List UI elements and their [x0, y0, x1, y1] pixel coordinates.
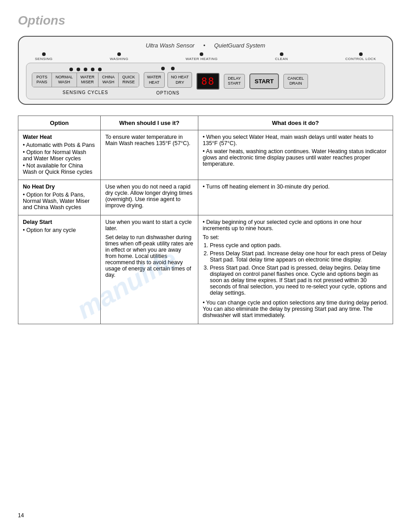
delay-step-1: Press cycle and option pads.: [210, 242, 388, 249]
cycle-indicator-dots: [69, 68, 102, 71]
options-label: OPTIONS: [156, 90, 180, 95]
washing-label: WASHING: [110, 57, 128, 61]
cycle-dot-5: [98, 68, 102, 71]
sensing-dot: [42, 52, 46, 56]
no-heat-dry-btn[interactable]: NO HEATDRY: [167, 72, 192, 88]
water-heat-option-col: Water Heat Automatic with Pots & Pans Op…: [18, 130, 101, 180]
ultra-wash-label: Ultra Wash Sensor: [146, 42, 195, 49]
cycle-dot-2: [77, 68, 80, 71]
delay-step-3: Press Start pad. Once Start pad is press…: [210, 265, 388, 296]
cancel-drain-btn[interactable]: CANCELDRAIN: [283, 74, 308, 89]
options-indicator-dots: [161, 67, 175, 70]
water-heat-bullets: Automatic with Pots & Pans Option for No…: [23, 142, 96, 175]
water-miser-btn[interactable]: WATERMISER: [77, 73, 99, 87]
indicator-water-heating: WATER HEATING: [186, 52, 218, 61]
quietguard-label: QuietGuard System: [214, 42, 265, 49]
no-heat-dry-what-col: Turns off heating element in 30-minute d…: [198, 180, 393, 215]
table-row-water-heat: Water Heat Automatic with Pots & Pans Op…: [18, 130, 393, 180]
list-item: Option for Normal Wash and Water Miser c…: [23, 149, 96, 162]
sensing-cycles-group: POTSPANS NORMALWASH WATERMISER CHINAWASH…: [32, 68, 139, 95]
list-item: When you select Water Heat, main wash de…: [203, 134, 388, 146]
delay-start-what-col: Delay beginning of your selected cycle a…: [198, 215, 393, 324]
list-item: Automatic with Pots & Pans: [23, 142, 96, 148]
no-heat-dry-option-col: No Heat Dry Option for Pots & Pans, Norm…: [18, 180, 101, 215]
delay-start-option-col: Delay Start Option for any cycle: [18, 215, 101, 324]
water-heat-when-col: To ensure water temperature in Main Wash…: [101, 130, 198, 180]
list-item: Not available for China Wash or Quick Ri…: [23, 163, 96, 175]
table-row-no-heat-dry: No Heat Dry Option for Pots & Pans, Norm…: [18, 180, 393, 215]
no-heat-dry-what-bullets: Turns off heating element in 30-minute d…: [203, 184, 388, 190]
indicator-clean: CLEAN: [275, 52, 288, 61]
normal-wash-btn[interactable]: NORMALWASH: [52, 73, 77, 87]
opt-dot-1: [161, 67, 165, 70]
delay-start-steps: Press cycle and option pads. Press Delay…: [203, 242, 388, 296]
indicator-washing: WASHING: [110, 52, 128, 61]
cycle-dot-4: [91, 68, 94, 71]
indicator-control-lock: CONTROL LOCK: [345, 52, 376, 61]
washing-dot: [117, 52, 121, 56]
water-heat-what-col: When you select Water Heat, main wash de…: [198, 130, 393, 180]
delay-step-2: Press Delay Start pad. Increase delay on…: [210, 250, 388, 263]
delay-start-when-col: Use when you want to start a cycle later…: [101, 215, 198, 324]
start-button[interactable]: START: [249, 73, 279, 89]
list-item: Delay beginning of your selected cycle a…: [203, 219, 388, 232]
delay-start-btn[interactable]: DELAYSTART: [224, 74, 245, 89]
water-heat-btn[interactable]: WATERHEAT: [144, 72, 165, 88]
table-row-delay-start: Delay Start Option for any cycle Use whe…: [18, 215, 393, 324]
page-number: 14: [18, 512, 24, 519]
delay-start-title: Delay Start: [23, 219, 96, 225]
control-panel: Ultra Wash Sensor • QuietGuard System SE…: [18, 36, 393, 105]
opt-dot-2: [171, 67, 175, 70]
clean-label: CLEAN: [275, 57, 288, 61]
no-heat-dry-bullets: Option for Pots & Pans, Normal Wash, Wat…: [23, 192, 96, 210]
control-lock-label: CONTROL LOCK: [345, 57, 376, 61]
options-buttons-row: WATERHEAT NO HEATDRY: [144, 72, 193, 88]
list-item: As water heats, washing action continues…: [203, 148, 388, 167]
cycle-dot-3: [84, 68, 87, 71]
list-item: You can change cycle and option selectio…: [203, 300, 388, 318]
china-wash-btn[interactable]: CHINAWASH: [98, 73, 119, 87]
quick-rinse-btn[interactable]: QUICKRINSE: [119, 73, 139, 87]
cycle-buttons: POTSPANS NORMALWASH WATERMISER CHINAWASH…: [32, 73, 139, 87]
clean-dot: [280, 52, 283, 56]
panel-header: Ultra Wash Sensor • QuietGuard System: [26, 42, 385, 49]
list-item: Option for Pots & Pans, Normal Wash, Wat…: [23, 192, 96, 210]
no-heat-dry-when-col: Use when you do not need a rapid dry cyc…: [101, 180, 198, 215]
water-heat-what-bullets: When you select Water Heat, main wash de…: [203, 134, 388, 167]
list-item: Option for any cycle: [23, 227, 96, 233]
water-heating-label: WATER HEATING: [186, 57, 218, 61]
col-header-what: What does it do?: [198, 116, 393, 130]
to-set-label: To set:: [203, 234, 388, 240]
options-table: Option When should I use it? What does i…: [18, 116, 393, 324]
delay-start-when-p2: Set delay to run dishwasher during times…: [105, 234, 193, 278]
page-title: Options: [18, 13, 393, 28]
delay-start-bullets: Option for any cycle: [23, 227, 96, 233]
col-header-when: When should I use it?: [101, 116, 198, 130]
control-lock-dot: [359, 52, 363, 56]
delay-start-when-p1: Use when you want to start a cycle later…: [105, 219, 193, 232]
digital-display: 88: [197, 73, 219, 90]
options-group: WATERHEAT NO HEATDRY OPTIONS: [144, 67, 193, 95]
water-heating-dot: [200, 52, 203, 56]
sensing-label: SENSING: [35, 57, 53, 61]
water-heat-title: Water Heat: [23, 134, 96, 140]
indicator-sensing: SENSING: [35, 52, 53, 61]
pots-pans-btn[interactable]: POTSPANS: [32, 73, 52, 87]
col-header-option: Option: [18, 116, 101, 130]
top-indicators: SENSING WASHING WATER HEATING CLEAN CONT…: [26, 52, 385, 61]
panel-main-row: POTSPANS NORMALWASH WATERMISER CHINAWASH…: [26, 63, 385, 99]
header-bullet: •: [203, 42, 206, 49]
cycle-dot-1: [69, 68, 73, 71]
no-heat-dry-title: No Heat Dry: [23, 184, 96, 190]
delay-final-bullet: You can change cycle and option selectio…: [203, 300, 388, 318]
delay-start-intro-bullets: Delay beginning of your selected cycle a…: [203, 219, 388, 232]
list-item: Turns off heating element in 30-minute d…: [203, 184, 388, 190]
sensing-cycles-label: SENSING CYCLES: [63, 90, 108, 95]
